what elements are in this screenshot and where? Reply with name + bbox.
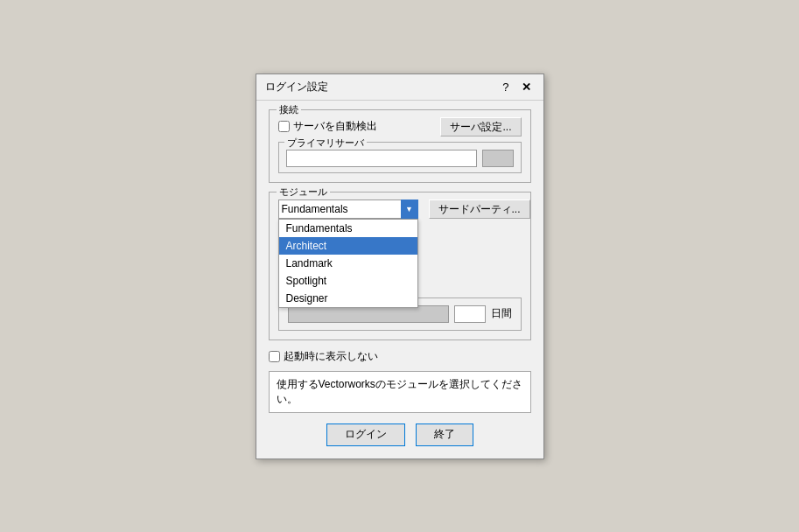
primary-server-label: プライマリサーバ [284,136,367,150]
no-show-checkbox[interactable] [269,351,280,362]
login-button[interactable]: ログイン [326,424,405,446]
auto-detect-label[interactable]: サーバを自動検出 [278,119,377,134]
days-row: 30 日間 [288,305,512,323]
info-box: 使用するVectorworksのモジュールを選択してください。 [269,371,531,413]
login-settings-dialog: ログイン設定 ? ✕ 接続 サーバを自動検出 サーバ設定... プライマリサーバ [256,74,544,459]
help-button[interactable]: ? [499,80,512,94]
days-input[interactable]: 30 [454,305,486,323]
module-select[interactable]: Fundamentals Architect Landmark Spotligh… [278,200,418,219]
exit-button[interactable]: 終了 [416,424,473,446]
dropdown-item-designer[interactable]: Designer [279,290,417,307]
dropdown-item-landmark[interactable]: Landmark [279,255,417,272]
dropdown-item-spotlight[interactable]: Spotlight [279,272,417,290]
primary-server-row [286,150,514,167]
auto-detect-text: サーバを自動検出 [293,119,377,134]
module-group-label: モジュール [277,186,330,199]
server-input-button[interactable] [482,150,514,167]
days-filler [288,305,449,323]
title-bar-controls: ? ✕ [499,80,534,94]
module-select-wrapper: Fundamentals Architect Landmark Spotligh… [278,200,418,219]
dialog-title: ログイン設定 [265,80,328,94]
primary-server-input[interactable] [286,150,477,167]
dialog-body: 接続 サーバを自動検出 サーバ設定... プライマリサーバ モジュール [256,101,543,458]
title-bar: ログイン設定 ? ✕ [256,74,543,101]
dropdown-item-fundamentals[interactable]: Fundamentals [279,220,417,237]
module-group: モジュール Fundamentals Architect Landmark Sp… [269,192,531,340]
connection-group-label: 接続 [277,103,301,116]
no-show-row: 起動時に表示しない [269,349,531,364]
info-text: 使用するVectorworksのモジュールを選択してください。 [277,378,522,405]
connection-group: 接続 サーバを自動検出 サーバ設定... プライマリサーバ [269,109,531,183]
module-dropdown-list: Fundamentals Architect Landmark Spotligh… [278,219,418,308]
server-settings-button[interactable]: サーバ設定... [440,117,521,136]
third-party-button[interactable]: サードパーティ... [429,200,530,219]
days-unit: 日間 [491,306,512,321]
auto-detect-row: サーバを自動検出 サーバ設定... [278,117,522,136]
module-select-row: Fundamentals Architect Landmark Spotligh… [278,200,522,219]
no-show-text: 起動時に表示しない [284,349,378,364]
no-show-label[interactable]: 起動時に表示しない [269,349,378,364]
close-button[interactable]: ✕ [518,80,535,94]
dropdown-item-architect[interactable]: Architect [279,237,417,255]
auto-detect-checkbox[interactable] [278,121,290,132]
footer: ログイン 終了 [269,424,531,446]
